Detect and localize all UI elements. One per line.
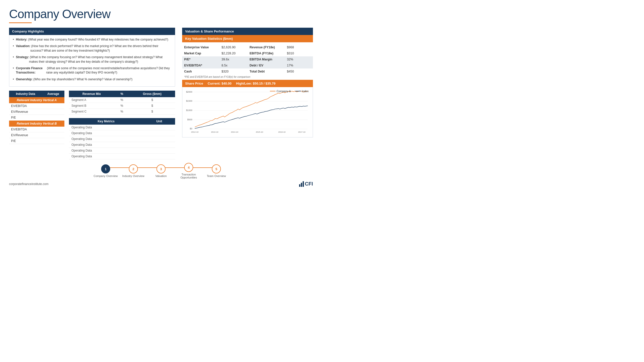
revenue-mix-row: Segment B%$ <box>69 103 175 109</box>
industry-data-section: Industry Data Average Relevant Industry … <box>9 91 64 159</box>
highlight-item: History: (What year was the company foun… <box>13 38 171 42</box>
share-price-bar: Share Price Current: $40.00 High/Low: $5… <box>182 80 313 87</box>
cfi-bar-3 <box>303 181 304 187</box>
svg-text:$0: $0 <box>190 127 192 130</box>
chart-svg: $2000 $1500 $1000 $500 $0 2012-10 2013-1… <box>184 89 311 135</box>
highlights-box: History: (What year was the company foun… <box>9 35 175 87</box>
share-price-current: Current: $40.00 <box>208 82 232 85</box>
key-metrics-unit-header: Unit <box>143 118 175 125</box>
share-price-label: Share Price <box>185 82 203 85</box>
key-metrics-row: Operating Data <box>69 136 175 142</box>
svg-text:2012-10: 2012-10 <box>191 131 199 133</box>
right-tables: Revenue Mix % Gross ($mm) Segment A%$Seg… <box>69 91 175 159</box>
val-stat-row: P/E* 39.6x EBITDA Margin 32% <box>182 56 313 62</box>
industry-vertical-row: Relevant Industry Vertical A <box>9 97 64 103</box>
highlight-item: Valuation: (How has the stock performed?… <box>13 44 171 53</box>
nav-step-4[interactable]: 4 TransactionOpportunities <box>175 163 203 179</box>
industry-data-row: EV/EBITDA <box>9 103 64 109</box>
industry-data-row: EV/Revenue <box>9 132 64 138</box>
key-metrics-row: Operating Data <box>69 148 175 154</box>
share-price-highlow-value: $50.15 / $35.79 <box>253 82 275 85</box>
cfi-bar-2 <box>301 183 302 187</box>
highlight-item: Corporate Finance Transactions: (What ar… <box>13 66 171 75</box>
val-stat-row: Enterprise Value $2,626.90 Revenue (FY18… <box>182 44 313 50</box>
title-underline <box>9 22 32 23</box>
cfi-bars <box>299 181 304 187</box>
val-stat-row: EV/EBITDA* 8.5x Debt / EV 17% <box>182 62 313 68</box>
industry-data-row: EV/EBITDA <box>9 127 64 132</box>
nav-dot-3[interactable]: 3 <box>156 164 166 173</box>
share-price-current-label: Current: <box>208 82 221 85</box>
nav-dot-4[interactable]: 4 <box>184 163 193 172</box>
nav-step-3[interactable]: 3 Valuation <box>147 164 175 177</box>
revenue-mix-row: Segment A%$ <box>69 97 175 103</box>
nav-step-1[interactable]: 1 Company Overview <box>92 164 119 177</box>
right-column: Valuation & Share Performance Key Valuat… <box>182 28 313 159</box>
legend-line-navy <box>295 91 301 91</box>
nav-label-2: Industry Overview <box>122 174 144 177</box>
nav-dot-5[interactable]: 5 <box>212 164 221 173</box>
bottom-left: Industry Data Average Relevant Industry … <box>9 91 175 159</box>
valuation-subheader: Key Valuation Statistics ($mm) <box>182 35 313 42</box>
key-metrics-row: Operating Data <box>69 130 175 136</box>
chart-line-company <box>195 91 308 127</box>
chart-legend: Company A Index <box>270 90 309 93</box>
highlights-header: Company Highlights <box>9 28 175 35</box>
share-price-highlow: High/Low: $50.15 / $35.79 <box>236 82 275 85</box>
nav-dot-1[interactable]: 1 <box>101 164 110 173</box>
main-layout: Company Highlights History: (What year w… <box>9 28 313 159</box>
nav-step-2[interactable]: 2 Industry Overview <box>119 164 147 177</box>
key-metrics-row: Operating Data <box>69 142 175 148</box>
cfi-bar-1 <box>299 184 300 187</box>
key-metrics-header: Key Metrics <box>69 118 143 125</box>
val-footnote: *P/E and EV/EBITDA are based on FY18(e) … <box>182 75 313 80</box>
page-title: Company Overview <box>9 7 313 21</box>
industry-data-row: P/E <box>9 115 64 121</box>
nav-label-3: Valuation <box>155 174 167 177</box>
industry-data-row: EV/Revenue <box>9 109 64 115</box>
svg-text:$1000: $1000 <box>186 109 192 112</box>
navigation-row: 1 Company Overview 2 Industry Overview 3… <box>9 163 313 179</box>
share-price-current-value: $40.00 <box>221 82 231 85</box>
svg-text:2014-10: 2014-10 <box>231 131 238 133</box>
svg-text:$500: $500 <box>187 118 192 121</box>
share-price-highlow-label: High/Low: <box>236 82 252 85</box>
revenue-mix-table: Revenue Mix % Gross ($mm) Segment A%$Seg… <box>69 91 175 115</box>
legend-company-label: Company A <box>276 90 291 93</box>
nav-label-4: TransactionOpportunities <box>180 173 197 179</box>
revenue-mix-pct-header: % <box>114 91 129 97</box>
legend-index-label: Index <box>302 90 309 93</box>
revenue-mix-row: Segment C%$ <box>69 109 175 115</box>
footer: corporatefinanceinstitute.com CFI <box>9 181 313 187</box>
left-column: Company Highlights History: (What year w… <box>9 28 175 159</box>
page: Company Overview Company Highlights Hist… <box>0 0 322 191</box>
highlight-item: Strategy: (What is the company focusing … <box>13 55 171 64</box>
nav-label-1: Company Overview <box>94 174 118 177</box>
svg-text:2017-10: 2017-10 <box>298 131 306 133</box>
chart-area: Company A Index $2000 $1500 $1000 $500 $… <box>182 87 313 137</box>
nav-label-5: Team Overview <box>207 174 226 177</box>
nav-dot-2[interactable]: 2 <box>129 164 138 173</box>
highlight-item: Ownership: (Who are the top shareholders… <box>13 77 171 82</box>
val-stat-row: Cash $320 Total Debt $450 <box>182 68 313 75</box>
industry-table: Industry Data Average Relevant Industry … <box>9 91 64 144</box>
nav-step-5[interactable]: 5 Team Overview <box>203 164 230 177</box>
legend-company: Company A <box>270 90 291 93</box>
chart-line-index <box>195 106 308 128</box>
valuation-header: Valuation & Share Performance <box>182 28 313 35</box>
valuation-stats-table: Enterprise Value $2,626.90 Revenue (FY18… <box>182 44 313 75</box>
revenue-mix-header: Revenue Mix <box>69 91 114 97</box>
key-metrics-row: Operating Data <box>69 125 175 130</box>
legend-index: Index <box>295 90 309 93</box>
key-metrics-table: Key Metrics Unit Operating DataOperating… <box>69 118 175 159</box>
svg-text:2015-10: 2015-10 <box>256 131 263 133</box>
svg-text:2013-10: 2013-10 <box>211 131 219 133</box>
svg-text:$2000: $2000 <box>186 91 192 93</box>
industry-col-header: Industry Data <box>9 91 42 97</box>
legend-line-orange <box>270 91 275 91</box>
cfi-logo-text: CFI <box>305 181 313 187</box>
svg-text:2016-10: 2016-10 <box>278 131 286 133</box>
revenue-mix-gross-header: Gross ($mm) <box>129 91 175 97</box>
cfi-logo: CFI <box>299 181 313 187</box>
footer-url: corporatefinanceinstitute.com <box>9 182 49 186</box>
